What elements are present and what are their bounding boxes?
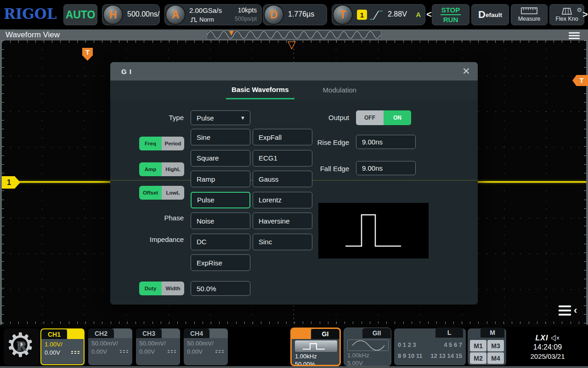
system-status-box[interactable]: LXI 14:24:09 2025/03/21 [509,328,586,366]
trigger-knob-icon[interactable]: T [333,5,353,25]
waveform-option-lorentz[interactable]: Lorentz [253,192,312,208]
generator2-box[interactable]: GII 1.00kHz 5.00V [344,328,391,366]
trigger-level-value: 2.88V [388,10,407,18]
channel-box-ch2[interactable]: CH2 50.00mV/ 0.00V [88,328,132,365]
dialog-titlebar[interactable] [110,62,478,80]
chevron-left-icon: ‹ [574,305,577,316]
channel-box-ch3[interactable]: CH3 50.00mV/ 0.00V [136,328,180,365]
acquire-knob-icon[interactable]: A [165,5,186,25]
freq-toggle-off[interactable]: Period [162,137,184,150]
amp-toggle-off[interactable]: HighL [162,162,184,176]
memory-depth-value: 10kpts [238,6,257,14]
tab-basic-waveforms[interactable]: Basic Waveforms [226,80,294,99]
logic-digits-12-15: 12 13 14 15 [430,352,462,359]
waveform-option-square[interactable]: Square [191,150,250,167]
trigger-sweep-indicator: A [416,11,421,18]
tab-modulation[interactable]: Modulation [317,80,362,99]
default-label-initial: D [478,9,486,21]
phase-label: Phase [126,214,184,222]
default-label-rest: efault [486,12,502,18]
gii-frequency: 1.00kHz [347,352,388,359]
math-box[interactable]: M M1 M3 M2 M4 [468,328,506,365]
type-dropdown[interactable]: Pulse ▼ [191,110,250,125]
waveform-option-noise[interactable]: Noise [191,213,250,229]
flex-knob-button[interactable]: ⚙ Flex Kno [549,4,584,25]
trigger-settings-pill[interactable]: T 1 2.88V A [332,4,425,25]
waveform-option-gauss[interactable]: Gauss [253,171,312,187]
trigger-position-marker-icon[interactable]: ▽ [288,40,296,49]
ch3-tab[interactable]: CH3 [136,328,162,338]
output-off-option[interactable]: OFF [356,110,384,125]
logic-tab[interactable]: L [435,328,463,338]
gii-tab[interactable]: GII [362,328,391,338]
ch2-coupling-icon [120,350,129,354]
system-date: 2025/03/21 [530,352,565,360]
offset-toggle-off[interactable]: LowL [162,186,184,200]
output-on-option[interactable]: ON [384,110,411,125]
amp-toggle-on[interactable]: Amp [139,162,162,176]
logic-analyzer-box[interactable]: L 0 1 2 3 4 5 6 7 8 9 10 11 12 13 14 15 [394,328,466,365]
overview-position-marker-icon[interactable]: ▼ [227,29,235,38]
waveform-option-ramp[interactable]: Ramp [191,171,250,187]
waveform-option-sine[interactable]: Sine [191,129,250,145]
generator-dialog: G I ✕ Basic Waveforms Modulation Type Ph… [110,62,478,305]
duty-width-toggle[interactable]: Duty Width [139,282,184,295]
duty-value-field[interactable]: 50.0% [191,281,250,296]
duty-toggle-on[interactable]: Duty [139,282,162,295]
math-m3-button[interactable]: M3 [487,340,504,351]
math-m2-button[interactable]: M2 [470,352,486,364]
rise-edge-field[interactable]: 9.00ns [356,135,416,149]
fall-edge-field[interactable]: 9.00ns [356,161,416,175]
ch2-tab[interactable]: CH2 [88,328,114,338]
collapse-menu-icon[interactable]: ‹ [559,305,577,316]
trigger-status-auto[interactable]: AUTO [63,4,97,25]
toolbar-scroll-left-icon[interactable]: < [426,9,432,20]
waveform-option-haversine[interactable]: Haversine [253,213,312,229]
stop-run-button[interactable]: STOP RUN [432,4,469,25]
ch1-tab[interactable]: CH1 [41,329,67,339]
waveform-option-ecg1[interactable]: ECG1 [253,150,312,167]
gear-icon: ⚙ [577,6,582,13]
flex-knob-icon [560,7,574,15]
acquire-mode-label: Norm [199,16,214,23]
waveform-menu-icon[interactable] [569,32,580,39]
waveform-option-pulse[interactable]: Pulse [191,192,250,208]
horizontal-settings-pill[interactable]: H 500.00ns/ [102,4,160,25]
lxi-logo: LXI [536,334,548,342]
toolbar-scroll-right-icon[interactable]: > [582,9,588,20]
delay-knob-icon[interactable]: D [264,5,284,25]
close-icon[interactable]: ✕ [462,66,470,77]
output-toggle[interactable]: OFF ON [356,110,411,125]
rigol-menu-button[interactable]: ⚙ R [4,328,40,365]
waveform-option-exprise[interactable]: ExpRise [191,254,250,271]
oscilloscope-screen: RIGOL AUTO H 500.00ns/ A 2.00GSa/s Norm … [0,0,588,368]
rise-edge-value: 9.00ns [362,138,383,146]
gi-tab[interactable]: GI [311,329,339,339]
ch3-coupling-icon [168,350,177,354]
acquisition-settings-pill[interactable]: A 2.00GSa/s Norm 10kpts 500ps/pt [164,4,262,25]
generator1-box[interactable]: GI 1.00kHz 50.00% [290,328,341,366]
channel-box-ch4[interactable]: CH4 50.00mV/ 0.00V [184,328,228,365]
default-button[interactable]: Default [471,4,509,25]
waveform-option-dc[interactable]: DC [191,234,250,250]
ch3-strip [162,328,180,338]
offset-lowl-toggle[interactable]: Offset LowL [139,186,184,200]
measure-button[interactable]: Measure [511,4,548,25]
duty-toggle-off[interactable]: Width [162,282,184,295]
math-tab[interactable]: M [481,328,504,338]
rise-edge-label: Rise Edge [292,138,349,146]
waveform-option-sinc[interactable]: Sinc [253,234,312,250]
ch4-tab[interactable]: CH4 [184,328,209,338]
offset-toggle-on[interactable]: Offset [139,186,162,200]
ch1-scale: 1.00V/ [45,341,80,348]
delay-settings-pill[interactable]: D 1.776µs [263,4,327,25]
freq-period-toggle[interactable]: Freq Period [139,137,184,150]
amp-highl-toggle[interactable]: Amp HighL [139,162,184,176]
math-m4-button[interactable]: M4 [487,352,504,364]
channel-box-ch1[interactable]: CH1 1.00V/ 0.00V [40,328,85,365]
math-m1-button[interactable]: M1 [470,340,486,351]
freq-toggle-on[interactable]: Freq [139,137,162,150]
ch4-strip [209,328,228,338]
horizontal-knob-icon[interactable]: H [103,5,123,25]
gii-strip [344,328,362,338]
